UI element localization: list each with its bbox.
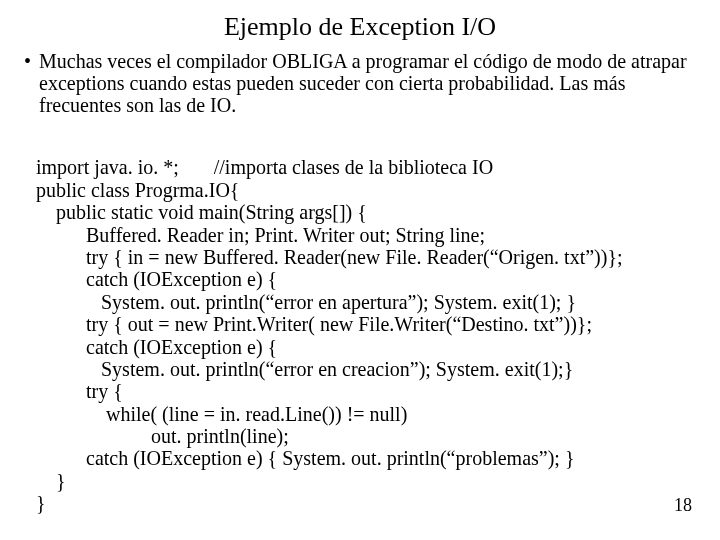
bullet-item: • Muchas veces el compilador OBLIGA a pr… (20, 50, 700, 116)
code-line: import java. io. *; //importa clases de … (36, 156, 493, 178)
page-number: 18 (674, 495, 692, 516)
code-line: catch (IOException e) { (36, 268, 277, 290)
slide: Ejemplo de Exception I/O • Muchas veces … (0, 0, 720, 540)
code-block: import java. io. *; //importa clases de … (36, 134, 700, 515)
code-line: catch (IOException e) { System. out. pri… (36, 447, 575, 469)
code-line: Buffered. Reader in; Print. Writer out; … (36, 224, 485, 246)
code-line: public class Progrma.IO{ (36, 179, 239, 201)
code-line: try { in = new Buffered. Reader(new File… (36, 246, 623, 268)
code-line: catch (IOException e) { (36, 336, 277, 358)
code-line: System. out. println(“error en apertura”… (36, 291, 576, 313)
code-line: try { (36, 380, 123, 402)
code-line: } (36, 492, 46, 514)
slide-title: Ejemplo de Exception I/O (20, 12, 700, 42)
code-line: } (36, 470, 66, 492)
code-line: public static void main(String args[]) { (36, 201, 367, 223)
code-line: out. println(line); (36, 425, 289, 447)
bullet-dot-icon: • (24, 50, 31, 72)
code-line: try { out = new Print.Writer( new File.W… (36, 313, 592, 335)
bullet-text: Muchas veces el compilador OBLIGA a prog… (39, 50, 700, 116)
code-line: System. out. println(“error en creacion”… (36, 358, 573, 380)
code-line: while( (line = in. read.Line()) != null) (36, 403, 407, 425)
